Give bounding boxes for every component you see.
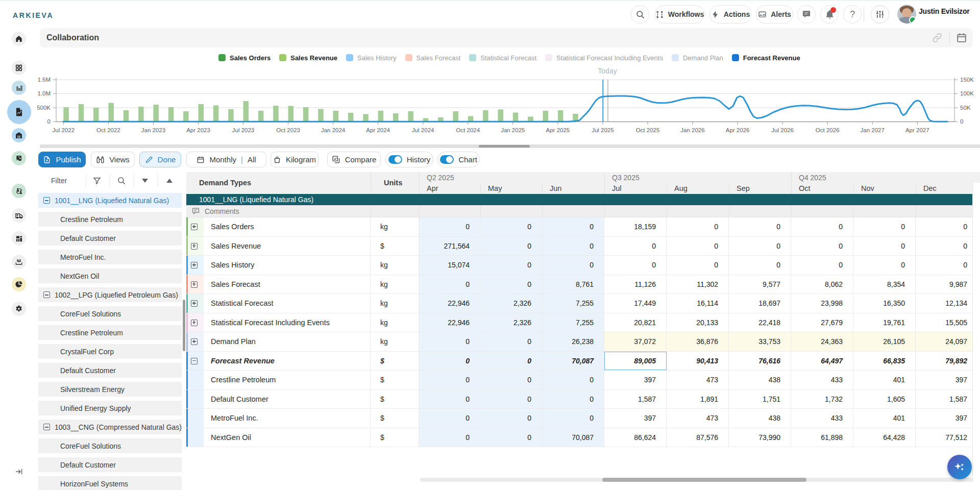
- svg-text:Oct 2024: Oct 2024: [456, 127, 480, 133]
- svg-text:Jul 2022: Jul 2022: [53, 127, 75, 133]
- svg-text:Jan 2027: Jan 2027: [861, 127, 885, 133]
- svg-text:Jan 2026: Jan 2026: [680, 127, 704, 133]
- svg-text:Oct 2023: Oct 2023: [276, 127, 300, 133]
- svg-text:Jul 2023: Jul 2023: [232, 127, 254, 133]
- svg-text:Jul 2024: Jul 2024: [412, 127, 434, 133]
- svg-text:Apr 2024: Apr 2024: [366, 127, 390, 133]
- svg-text:Apr 2025: Apr 2025: [546, 127, 570, 133]
- svg-text:1.0M: 1.0M: [37, 90, 51, 96]
- svg-text:0: 0: [960, 118, 963, 125]
- svg-text:Apr 2027: Apr 2027: [905, 127, 929, 133]
- svg-text:Jul 2025: Jul 2025: [592, 127, 614, 133]
- svg-text:150K: 150K: [960, 77, 974, 83]
- svg-text:0: 0: [47, 118, 51, 125]
- svg-text:Jan 2025: Jan 2025: [501, 127, 525, 133]
- svg-text:Jan 2024: Jan 2024: [321, 127, 346, 133]
- svg-text:Apr 2026: Apr 2026: [726, 127, 750, 133]
- svg-text:Oct 2026: Oct 2026: [816, 127, 840, 133]
- svg-text:Today: Today: [598, 67, 617, 75]
- svg-text:Oct 2022: Oct 2022: [96, 127, 120, 133]
- svg-text:50K: 50K: [960, 105, 971, 111]
- svg-text:Apr 2023: Apr 2023: [186, 127, 210, 133]
- svg-text:100K: 100K: [960, 90, 974, 96]
- svg-text:Oct 2025: Oct 2025: [636, 127, 660, 133]
- svg-text:500K: 500K: [37, 105, 51, 111]
- svg-text:Jul 2026: Jul 2026: [771, 127, 793, 133]
- svg-text:1.5M: 1.5M: [37, 77, 51, 83]
- svg-text:Jan 2023: Jan 2023: [141, 127, 165, 133]
